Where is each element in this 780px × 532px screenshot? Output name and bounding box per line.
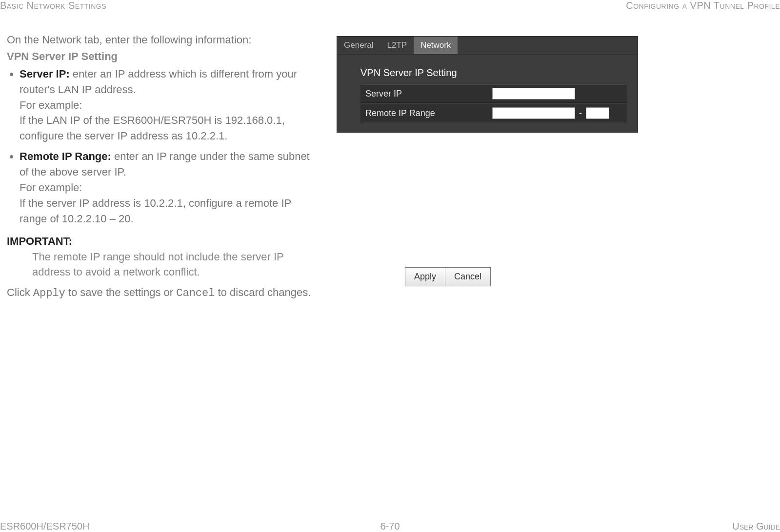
apply-cancel-button-group: Apply Cancel	[405, 267, 491, 286]
row-server-ip: Server IP	[360, 84, 627, 103]
cancel-code: Cancel	[176, 287, 215, 299]
tab-l2tp[interactable]: L2TP	[380, 37, 414, 54]
cancel-button[interactable]: Cancel	[445, 268, 490, 286]
panel-title: VPN Server IP Setting	[360, 67, 627, 79]
bullet-label: Remote IP Range:	[20, 150, 111, 162]
bullet-list: Server IP: enter an IP address which is …	[7, 66, 319, 227]
example-body: If the server IP address is 10.2.2.1, co…	[20, 197, 291, 225]
bullet-remote-range: Remote IP Range: enter an IP range under…	[20, 149, 319, 226]
row-remote-ip-range: Remote IP Range -	[360, 104, 627, 122]
example-lead: For example:	[20, 181, 82, 194]
bullet-server-ip: Server IP: enter an IP address which is …	[20, 66, 319, 144]
footer-page-number: 6-70	[380, 521, 400, 532]
apply-button[interactable]: Apply	[405, 268, 445, 286]
footer-guide-label: User Guide	[732, 521, 780, 532]
tab-general[interactable]: General	[337, 37, 380, 54]
vpn-section-heading: VPN Server IP Setting	[7, 49, 319, 64]
click-instruction: Click Apply to save the settings or Canc…	[7, 285, 319, 301]
tab-bar: General L2TP Network	[337, 37, 638, 55]
important-label: IMPORTANT:	[7, 234, 319, 249]
important-block: IMPORTANT: The remote IP range should no…	[7, 234, 319, 280]
main-text-column: On the Network tab, enter the following …	[7, 32, 319, 301]
remote-range-label: Remote IP Range	[365, 108, 492, 118]
remote-range-start-input[interactable]	[492, 107, 575, 119]
header-left: Basic Network Settings	[0, 0, 106, 11]
range-dash: -	[579, 108, 582, 118]
apply-code: Apply	[33, 287, 65, 299]
header-right: Configuring a VPN Tunnel Profile	[626, 0, 780, 11]
bullet-label: Server IP:	[20, 68, 70, 80]
server-ip-input[interactable]	[492, 88, 575, 99]
footer-model: ESR600H/ESR750H	[0, 521, 89, 532]
example-lead: For example:	[20, 99, 82, 111]
important-text: The remote IP range should not include t…	[32, 249, 319, 280]
tab-network[interactable]: Network	[414, 37, 458, 54]
vpn-settings-panel: General L2TP Network VPN Server IP Setti…	[337, 36, 638, 133]
server-ip-label: Server IP	[365, 89, 492, 99]
example-body: If the LAN IP of the ESR600H/ESR750H is …	[20, 114, 285, 142]
intro-line: On the Network tab, enter the following …	[7, 32, 319, 48]
remote-range-end-input[interactable]	[586, 107, 609, 119]
